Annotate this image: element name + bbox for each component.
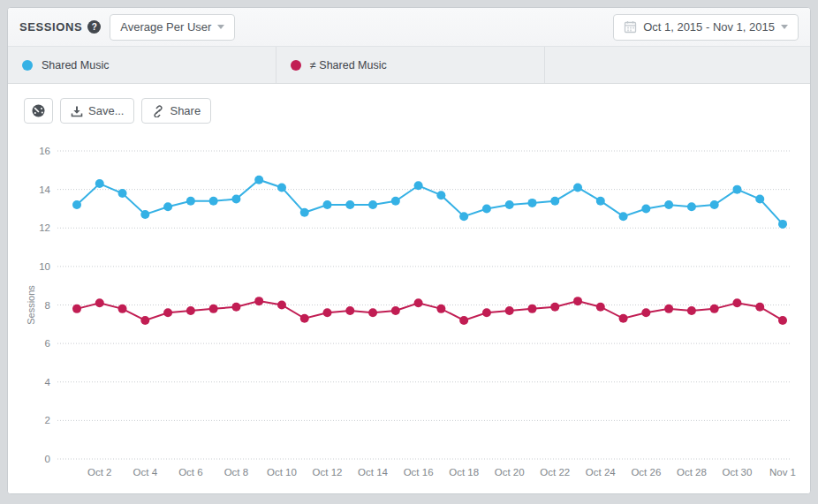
data-point[interactable] — [163, 202, 172, 211]
sessions-line-chart: 0246810121416SessionsOct 2Oct 4Oct 6Oct … — [8, 133, 810, 491]
svg-text:16: 16 — [39, 146, 50, 156]
data-point[interactable] — [140, 316, 149, 325]
svg-text:0: 0 — [45, 454, 50, 464]
data-point[interactable] — [710, 200, 719, 209]
save-button[interactable]: Save... — [60, 98, 134, 124]
data-point[interactable] — [641, 204, 650, 213]
svg-text:Oct 30: Oct 30 — [723, 467, 753, 478]
chart-type-button[interactable] — [24, 98, 53, 124]
data-point[interactable] — [505, 200, 514, 209]
data-point[interactable] — [505, 306, 514, 315]
data-point[interactable] — [95, 298, 104, 307]
data-point[interactable] — [459, 212, 468, 221]
svg-text:Oct 18: Oct 18 — [449, 467, 479, 478]
chevron-down-icon — [217, 25, 224, 29]
legend-tab-not-shared-music[interactable]: ≠ Shared Music — [276, 47, 545, 83]
chart-toolbar: Save... Share — [24, 98, 211, 124]
svg-text:10: 10 — [39, 261, 50, 272]
calendar-icon — [624, 20, 637, 34]
data-point[interactable] — [254, 176, 263, 184]
data-point[interactable] — [527, 305, 536, 313]
date-range-picker[interactable]: Oct 1, 2015 - Nov 1, 2015 — [613, 14, 799, 41]
data-point[interactable] — [732, 185, 741, 194]
data-point[interactable] — [118, 189, 127, 198]
data-point[interactable] — [527, 199, 536, 207]
gauge-icon — [31, 103, 46, 118]
link-icon — [152, 105, 164, 117]
svg-text:14: 14 — [39, 184, 50, 195]
data-point[interactable] — [778, 316, 787, 325]
data-point[interactable] — [482, 204, 491, 213]
data-point[interactable] — [323, 308, 332, 317]
data-point[interactable] — [414, 298, 423, 307]
data-point[interactable] — [254, 297, 263, 305]
data-point[interactable] — [687, 202, 696, 211]
data-point[interactable] — [664, 200, 673, 209]
svg-text:Nov 1: Nov 1 — [769, 467, 796, 478]
legend-label: Shared Music — [42, 59, 109, 71]
data-point[interactable] — [596, 303, 605, 312]
data-point[interactable] — [163, 308, 172, 317]
date-range-value: Oct 1, 2015 - Nov 1, 2015 — [643, 20, 775, 34]
legend-empty-cell — [545, 47, 810, 83]
data-point[interactable] — [619, 212, 628, 221]
data-point[interactable] — [573, 297, 582, 305]
data-point[interactable] — [641, 308, 650, 317]
data-point[interactable] — [140, 210, 149, 219]
data-point[interactable] — [732, 298, 741, 307]
data-point[interactable] — [755, 195, 764, 204]
share-button[interactable]: Share — [141, 98, 211, 124]
series-color-dot — [291, 60, 301, 71]
data-point[interactable] — [368, 200, 377, 209]
data-point[interactable] — [277, 301, 286, 310]
data-point[interactable] — [300, 314, 309, 323]
data-point[interactable] — [231, 195, 240, 204]
data-point[interactable] — [596, 197, 605, 206]
data-point[interactable] — [323, 200, 332, 209]
data-point[interactable] — [209, 305, 218, 313]
svg-text:Oct 4: Oct 4 — [133, 467, 158, 478]
data-point[interactable] — [573, 183, 582, 192]
data-point[interactable] — [550, 303, 559, 312]
data-point[interactable] — [209, 197, 218, 206]
download-icon — [71, 105, 83, 117]
data-point[interactable] — [755, 303, 764, 312]
data-point[interactable] — [95, 179, 104, 188]
data-point[interactable] — [459, 316, 468, 325]
data-point[interactable] — [664, 305, 673, 313]
data-point[interactable] — [72, 200, 81, 209]
data-point[interactable] — [436, 191, 445, 199]
data-point[interactable] — [414, 181, 423, 190]
data-point[interactable] — [391, 306, 400, 315]
data-point[interactable] — [436, 305, 445, 313]
data-point[interactable] — [231, 303, 240, 312]
data-point[interactable] — [118, 305, 127, 313]
data-point[interactable] — [710, 305, 719, 313]
data-point[interactable] — [482, 308, 491, 317]
svg-text:Sessions: Sessions — [26, 285, 36, 325]
data-point[interactable] — [186, 197, 195, 206]
data-point[interactable] — [368, 308, 377, 317]
data-point[interactable] — [778, 220, 787, 229]
data-point[interactable] — [186, 306, 195, 315]
metric-dropdown[interactable]: Average Per User — [110, 14, 235, 41]
data-point[interactable] — [619, 314, 628, 323]
data-point[interactable] — [300, 208, 309, 217]
svg-text:Oct 2: Oct 2 — [87, 467, 111, 478]
series-color-dot — [22, 60, 33, 71]
data-point[interactable] — [550, 197, 559, 206]
data-point[interactable] — [687, 306, 696, 315]
data-point[interactable] — [345, 306, 354, 315]
chart-area: 0246810121416SessionsOct 2Oct 4Oct 6Oct … — [8, 133, 810, 494]
svg-text:Oct 16: Oct 16 — [404, 467, 434, 478]
svg-text:Oct 10: Oct 10 — [267, 467, 297, 478]
panel-header: SESSIONS ? Average Per User Oct 1, 2015 … — [8, 8, 810, 47]
svg-text:Oct 14: Oct 14 — [358, 467, 388, 478]
data-point[interactable] — [345, 200, 354, 209]
legend-tab-shared-music[interactable]: Shared Music — [8, 47, 276, 83]
help-icon[interactable]: ? — [87, 20, 101, 34]
data-point[interactable] — [72, 305, 81, 313]
data-point[interactable] — [391, 197, 400, 206]
svg-text:Oct 12: Oct 12 — [313, 467, 343, 478]
data-point[interactable] — [277, 183, 286, 192]
